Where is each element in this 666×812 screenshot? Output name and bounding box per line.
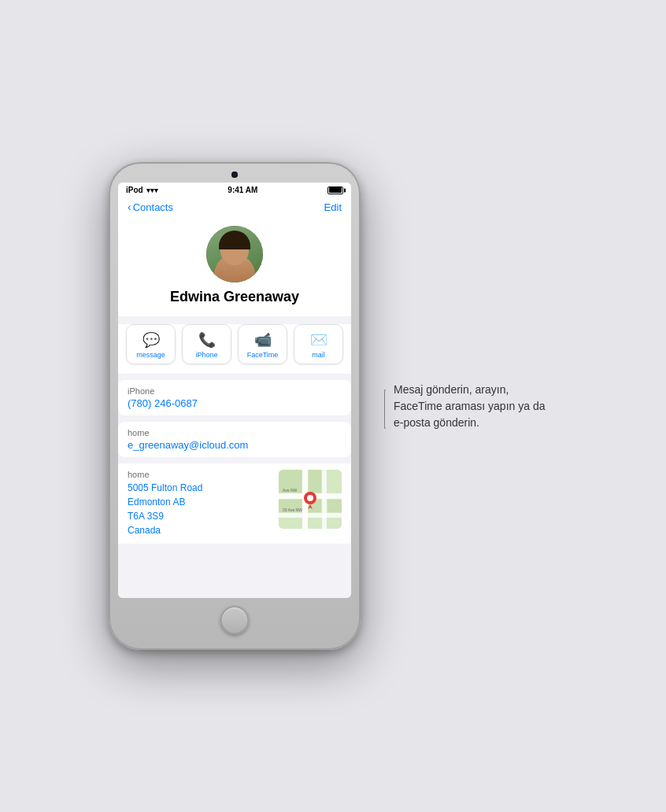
wifi-icon: ▾▾▾ <box>146 186 158 194</box>
email-section: home e_greenaway@icloud.com <box>118 422 351 457</box>
svg-rect-6 <box>309 470 321 493</box>
mail-button[interactable]: ✉️ mail <box>294 324 343 364</box>
iphone-label: iPhone <box>195 351 217 359</box>
status-time: 9:41 AM <box>228 186 257 194</box>
message-button[interactable]: 💬 message <box>126 324 176 364</box>
mail-icon: ✉️ <box>310 331 327 349</box>
home-button-area <box>220 606 249 634</box>
svg-rect-2 <box>279 513 342 518</box>
status-right <box>327 186 343 194</box>
message-icon: 💬 <box>142 331 160 349</box>
annotation-bracket <box>384 389 386 429</box>
battery-fill <box>329 187 342 193</box>
avatar-hair <box>219 231 250 249</box>
back-label: Contacts <box>133 201 173 213</box>
svg-rect-9 <box>327 500 342 512</box>
avatar-face <box>206 226 263 282</box>
iphone-call-button[interactable]: 📞 iPhone <box>182 324 231 364</box>
facetime-label: FaceTime <box>247 351 279 359</box>
contact-name: Edwina Greenaway <box>170 289 299 305</box>
facetime-icon: 📹 <box>254 331 272 349</box>
avatar <box>206 226 263 282</box>
map-svg: Ave NW 03 Ave NW <box>279 470 342 529</box>
svg-point-13 <box>307 495 313 501</box>
svg-rect-4 <box>322 470 327 529</box>
phone-section: iPhone (780) 246-0687 <box>118 380 351 415</box>
front-camera <box>231 172 238 178</box>
phone-number[interactable]: (780) 246-0687 <box>128 397 342 409</box>
outer-wrapper: iPod ▾▾▾ 9:41 AM ‹ Contacts Edit <box>109 162 557 650</box>
address-text: home 5005 Fulton Road Edmonton AB T6A 3S… <box>128 470 272 537</box>
svg-text:03 Ave NW: 03 Ave NW <box>283 507 302 512</box>
nav-bar: ‹ Contacts Edit <box>118 197 351 218</box>
phone-type-label: iPhone <box>128 386 342 396</box>
contact-header: Edwina Greenaway <box>118 218 351 316</box>
message-label: message <box>136 351 165 359</box>
email-address[interactable]: e_greenaway@icloud.com <box>128 439 342 451</box>
map-thumbnail[interactable]: Ave NW 03 Ave NW <box>279 470 342 529</box>
svg-text:Ave NW: Ave NW <box>283 488 298 493</box>
mail-label: mail <box>312 351 325 359</box>
device-shell: iPod ▾▾▾ 9:41 AM ‹ Contacts Edit <box>109 162 361 650</box>
status-bar: iPod ▾▾▾ 9:41 AM <box>118 183 351 197</box>
address-lines[interactable]: 5005 Fulton Road Edmonton AB T6A 3S9 Can… <box>128 481 272 537</box>
edit-button[interactable]: Edit <box>324 201 342 213</box>
screen: iPod ▾▾▾ 9:41 AM ‹ Contacts Edit <box>118 183 351 598</box>
home-button[interactable] <box>220 606 249 634</box>
address-section: home 5005 Fulton Road Edmonton AB T6A 3S… <box>118 463 351 544</box>
carrier-label: iPod <box>126 186 143 194</box>
phone-icon: 📞 <box>198 331 216 349</box>
side-annotation: Mesaj gönderin, arayın, FaceTime araması… <box>384 382 557 431</box>
content-scroll: Edwina Greenaway 💬 message 📞 iPhone 📹 Fa… <box>118 218 351 598</box>
email-type-label: home <box>128 428 342 437</box>
chevron-left-icon: ‹ <box>128 201 131 213</box>
back-button[interactable]: ‹ Contacts <box>128 201 173 213</box>
battery-icon <box>327 186 343 194</box>
action-row: 💬 message 📞 iPhone 📹 FaceTime ✉️ mail <box>118 324 351 374</box>
facetime-button[interactable]: 📹 FaceTime <box>238 324 287 364</box>
address-type-label: home <box>128 470 272 479</box>
status-left: iPod ▾▾▾ <box>126 186 158 194</box>
annotation-text: Mesaj gönderin, arayın, FaceTime araması… <box>394 382 557 431</box>
